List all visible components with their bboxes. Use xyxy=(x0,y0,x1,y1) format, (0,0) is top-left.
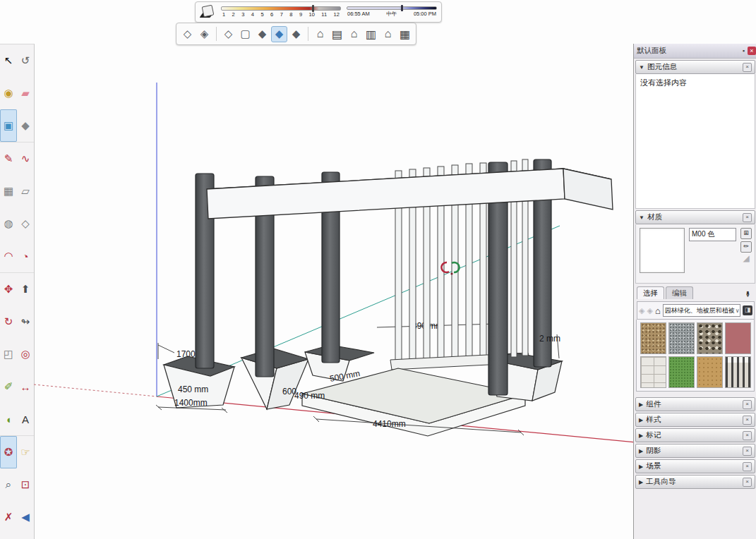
time-slider-handle[interactable] xyxy=(401,5,403,11)
details-button[interactable]: ◨ xyxy=(743,305,752,315)
shadow-date-slider[interactable]: 123456789101112 xyxy=(221,6,341,18)
lasso-tool[interactable]: ↺ xyxy=(17,44,34,77)
orbit-tool[interactable]: ✪ xyxy=(0,436,17,468)
time-labels: 06:55 AM 中午 05:00 PM xyxy=(347,10,437,18)
polygon-tool[interactable]: ◇ xyxy=(17,207,34,240)
arc-tool[interactable]: ◠ xyxy=(0,240,17,272)
follow-me-tool[interactable]: ↬ xyxy=(17,305,34,338)
material-swatch-gravel-brown[interactable] xyxy=(640,322,666,354)
date-slider-handle[interactable] xyxy=(312,5,314,12)
tab-edit[interactable]: 编辑 xyxy=(666,286,693,299)
section-阴影[interactable]: ▶阴影× xyxy=(635,444,755,458)
home-icon[interactable]: ⌂ xyxy=(655,305,661,316)
xray-icon[interactable]: ◇ xyxy=(179,26,196,42)
offset-tool[interactable]: ◎ xyxy=(17,338,34,370)
protractor-tool[interactable]: ◖ xyxy=(0,403,17,435)
section-标记[interactable]: ▶标记× xyxy=(635,428,755,442)
view-front-icon[interactable]: ⌂ xyxy=(346,26,362,42)
text-tool[interactable]: A xyxy=(17,403,34,435)
material-swatch-tan[interactable] xyxy=(697,356,723,388)
shadow-toggle-icon[interactable] xyxy=(200,4,215,20)
tray-close-button[interactable]: × xyxy=(748,47,756,55)
back-edges-icon[interactable]: ◈ xyxy=(196,26,212,42)
pin-icon[interactable]: ▪ xyxy=(743,47,745,54)
scale-tool[interactable]: ◰ xyxy=(0,338,17,370)
section-close-button[interactable]: × xyxy=(743,400,752,409)
material-swatch-pavers[interactable] xyxy=(640,356,666,388)
pie-tool[interactable]: ◔ xyxy=(17,240,34,272)
section-close-button[interactable]: × xyxy=(743,431,752,440)
freehand-tool[interactable]: ∿ xyxy=(17,143,34,175)
materials-header[interactable]: ▼ 材质 × xyxy=(635,210,755,224)
tab-select[interactable]: 选择 xyxy=(637,286,664,299)
material-swatch-fence[interactable] xyxy=(725,356,751,388)
material-swatch-river-rock[interactable] xyxy=(697,322,723,354)
tool-row: ✗◀ xyxy=(0,501,34,533)
move-tool[interactable]: ✥ xyxy=(0,273,17,305)
collection-dropdown-value: 园林绿化、地被层和植被 xyxy=(665,306,735,315)
expanded-arrow-icon: ▼ xyxy=(639,214,644,221)
date-slider-track[interactable] xyxy=(221,6,341,11)
rotate-tool[interactable]: ↻ xyxy=(0,305,17,338)
collapsed-arrow-icon: ▶ xyxy=(639,464,643,470)
collection-dropdown[interactable]: 园林绿化、地被层和植被 ∨ xyxy=(663,304,740,317)
line-tool[interactable]: ✎ xyxy=(0,143,17,175)
materials-close-button[interactable]: × xyxy=(743,213,752,222)
material-swatch-gravel-gray[interactable] xyxy=(668,322,695,354)
circle-tool[interactable]: ◍ xyxy=(0,207,17,240)
month-label-6: 6 xyxy=(270,11,273,18)
rotated-rectangle-icon: ▱ xyxy=(21,185,30,198)
entity-info-header[interactable]: ▼ 图元信息 × xyxy=(635,60,755,74)
time-slider-track[interactable] xyxy=(347,6,437,10)
view-top-icon[interactable]: ▤ xyxy=(329,26,345,42)
section-场景[interactable]: ▶场景× xyxy=(635,459,755,473)
make-component-tool[interactable]: ▣ xyxy=(0,109,17,142)
preview-resize-handle[interactable]: ◢ xyxy=(743,255,749,262)
eyedropper-icon[interactable]: ✒ xyxy=(743,291,752,298)
back-icon[interactable]: ◈ xyxy=(639,306,644,315)
select-tool[interactable]: ↖ xyxy=(0,44,17,77)
view-back-icon[interactable]: ⌂ xyxy=(380,26,396,42)
solid-tools-tool[interactable]: ◆ xyxy=(17,109,34,142)
section-工具向导[interactable]: ▶工具向导× xyxy=(635,475,755,489)
shaded-icon[interactable]: ◆ xyxy=(254,26,270,42)
tape-measure-tool[interactable]: ✐ xyxy=(0,370,17,403)
section-组件[interactable]: ▶组件× xyxy=(635,397,755,411)
rectangle-tool[interactable]: ▦ xyxy=(0,175,17,207)
previous-view-tool[interactable]: ◀ xyxy=(17,501,34,533)
material-swatch-rose[interactable] xyxy=(725,322,751,354)
view-left-icon[interactable]: ▦ xyxy=(397,26,413,42)
entity-info-close-button[interactable]: × xyxy=(743,63,752,72)
sample-paint-button[interactable]: ✏ xyxy=(740,241,752,253)
rotated-rectangle-tool[interactable]: ▱ xyxy=(17,175,34,207)
section-close-button[interactable]: × xyxy=(743,478,752,487)
section-close-button[interactable]: × xyxy=(743,416,752,425)
zoom-window-tool[interactable]: ⊡ xyxy=(17,468,34,501)
push-pull-tool[interactable]: ⬆ xyxy=(17,273,34,305)
paint-bucket-tool[interactable]: ◉ xyxy=(0,77,17,109)
wireframe-icon[interactable]: ◇ xyxy=(220,26,236,42)
view-right-icon[interactable]: ▥ xyxy=(363,26,379,42)
create-material-button[interactable]: ⊞ xyxy=(740,228,752,239)
material-name-field[interactable]: M00 色 xyxy=(689,228,736,241)
monochrome-icon[interactable]: ◆ xyxy=(288,26,304,42)
section-close-button[interactable]: × xyxy=(743,447,752,456)
section-close-button[interactable]: × xyxy=(743,462,752,471)
zoom-tool[interactable]: ⌕ xyxy=(0,468,17,501)
dimension-tool[interactable]: ↔ xyxy=(17,370,34,403)
shaded-with-textures-icon[interactable]: ◆ xyxy=(271,26,287,42)
hidden-line-icon[interactable]: ▢ xyxy=(237,26,253,42)
tool-row: ✪☞ xyxy=(0,435,34,468)
follow-me-icon: ↬ xyxy=(21,315,30,328)
dim-line-1700 xyxy=(158,345,174,353)
pan-tool[interactable]: ☞ xyxy=(17,436,34,468)
3d-viewport[interactable]: 390 mm 1700 mm xyxy=(34,44,633,539)
view-iso-icon[interactable]: ⌂ xyxy=(312,26,328,42)
forward-icon[interactable]: ◈ xyxy=(647,306,652,315)
shadow-time-slider[interactable]: 06:55 AM 中午 05:00 PM xyxy=(347,6,437,18)
eraser-tool[interactable]: ▰ xyxy=(17,77,34,109)
zoom-extents-tool[interactable]: ✗ xyxy=(0,501,17,533)
collapsed-arrow-icon: ▶ xyxy=(639,432,643,439)
material-swatch-grass[interactable] xyxy=(668,356,695,388)
section-样式[interactable]: ▶样式× xyxy=(635,413,755,427)
